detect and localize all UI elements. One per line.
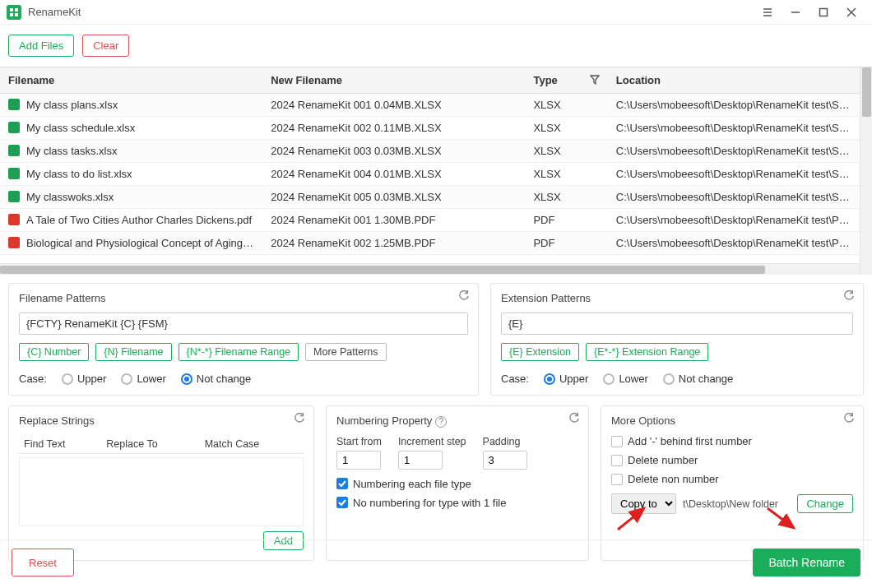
table-row[interactable]: My class schedule.xlsx2024 RenameKit 002…	[0, 117, 860, 140]
cell-new-filename: 2024 RenameKit 001 1.30MB.PDF	[262, 209, 525, 232]
pdf-file-icon	[8, 237, 20, 248]
panel-title: Filename Patterns	[19, 292, 468, 304]
checkbox-no-numbering-1file[interactable]: No numbering for type with 1 file	[336, 497, 578, 509]
tag-n-filename[interactable]: {N} Filename	[95, 343, 171, 361]
checkbox-delete-non-number[interactable]: Delete non number	[611, 473, 853, 485]
reset-button[interactable]: Reset	[12, 549, 74, 576]
svg-rect-2	[10, 13, 13, 16]
filename-pattern-input[interactable]	[19, 313, 468, 335]
xlsx-file-icon	[8, 122, 20, 133]
xlsx-file-icon	[8, 145, 20, 156]
refresh-icon[interactable]	[843, 413, 855, 427]
maximize-icon[interactable]	[809, 0, 837, 25]
col-header-filename[interactable]: Filename	[0, 67, 262, 94]
start-from-label: Start from	[336, 436, 382, 447]
xlsx-file-icon	[8, 191, 20, 202]
table-header-row: Filename New Filename Type Location	[0, 67, 860, 94]
radio-upper[interactable]: Upper	[544, 373, 588, 385]
filter-icon[interactable]	[590, 75, 600, 87]
cell-filename: A Tale of Two Cities Author Charles Dick…	[0, 209, 262, 232]
cell-type: XLSX	[525, 163, 607, 186]
panels-area: Filename Patterns {C} Number {N} Filenam…	[0, 275, 872, 579]
panel-title: More Options	[611, 414, 853, 427]
table-row[interactable]: A Tale of Two Cities Author Charles Dick…	[0, 209, 860, 232]
tag-e-extension[interactable]: {E} Extension	[501, 343, 579, 361]
col-match-case: Match Case	[200, 435, 304, 454]
cell-type: PDF	[525, 232, 607, 255]
cell-filename: Biological and Physiological Concept of …	[0, 232, 262, 255]
change-button[interactable]: Change	[797, 494, 853, 513]
col-header-new-filename[interactable]: New Filename	[262, 67, 525, 94]
minimize-icon[interactable]	[782, 0, 809, 25]
action-select[interactable]: Copy to	[611, 493, 676, 514]
cell-filename: My class to do list.xlsx	[0, 163, 262, 186]
cell-new-filename: 2024 RenameKit 001 0.04MB.XLSX	[262, 94, 525, 117]
refresh-icon[interactable]	[843, 290, 855, 304]
xlsx-file-icon	[8, 99, 20, 110]
radio-lower[interactable]: Lower	[121, 373, 165, 385]
radio-not-change[interactable]: Not change	[663, 373, 734, 385]
radio-upper[interactable]: Upper	[62, 373, 106, 385]
cell-location: C:\Users\mobeesoft\Desktop\RenameKit tes…	[608, 140, 860, 163]
table-row[interactable]: My class to do list.xlsx2024 RenameKit 0…	[0, 163, 860, 186]
padding-input[interactable]	[483, 451, 527, 470]
footer: Reset Batch Rename	[0, 539, 872, 588]
svg-rect-0	[10, 8, 13, 12]
horizontal-scrollbar[interactable]	[0, 263, 860, 275]
table-row[interactable]: Biological and Physiological Concept of …	[0, 232, 860, 255]
checkbox-add-dash[interactable]: Add '-' behind first number	[611, 435, 853, 447]
menu-icon[interactable]	[754, 0, 782, 25]
tag-extension-range[interactable]: {E*-*} Extension Range	[586, 343, 708, 361]
add-files-button[interactable]: Add Files	[8, 35, 74, 57]
clear-button[interactable]: Clear	[82, 35, 129, 57]
cell-new-filename: 2024 RenameKit 003 0.03MB.XLSX	[262, 140, 525, 163]
table-row[interactable]: My classwoks.xlsx2024 RenameKit 005 0.03…	[0, 186, 860, 209]
close-icon[interactable]	[837, 0, 865, 25]
tag-c-number[interactable]: {C} Number	[19, 343, 89, 361]
replace-body[interactable]	[19, 457, 304, 526]
file-table: Filename New Filename Type Location My c…	[0, 67, 860, 255]
xlsx-file-icon	[8, 168, 20, 179]
panel-title: Replace Strings	[19, 414, 304, 427]
refresh-icon[interactable]	[458, 290, 470, 304]
radio-lower[interactable]: Lower	[603, 373, 647, 385]
replace-table: Find Text Replace To Match Case	[19, 435, 304, 454]
cell-type: XLSX	[525, 140, 607, 163]
cell-location: C:\Users\mobeesoft\Desktop\RenameKit tes…	[608, 186, 860, 209]
extension-pattern-input[interactable]	[501, 313, 853, 335]
increment-input[interactable]	[398, 451, 443, 470]
app-title: RenameKit	[28, 6, 81, 18]
table-row[interactable]: My class plans.xlsx2024 RenameKit 001 0.…	[0, 94, 860, 117]
replace-strings-panel: Replace Strings Find Text Replace To Mat…	[8, 405, 314, 561]
radio-not-change[interactable]: Not change	[181, 373, 252, 385]
titlebar: RenameKit	[0, 0, 872, 25]
col-header-type[interactable]: Type	[525, 67, 607, 94]
start-from-input[interactable]	[336, 451, 381, 470]
cell-new-filename: 2024 RenameKit 004 0.01MB.XLSX	[262, 163, 525, 186]
cell-new-filename: 2024 RenameKit 002 1.25MB.PDF	[262, 232, 525, 255]
checkbox-each-type[interactable]: Numbering each file type	[336, 478, 578, 490]
table-row[interactable]: My class tasks.xlsx2024 RenameKit 003 0.…	[0, 140, 860, 163]
case-label: Case:	[19, 373, 47, 385]
vertical-scrollbar[interactable]	[860, 67, 872, 275]
toolbar: Add Files Clear	[0, 25, 872, 67]
svg-rect-3	[15, 13, 18, 16]
cell-type: PDF	[525, 209, 607, 232]
cell-type: XLSX	[525, 94, 607, 117]
info-icon[interactable]: ?	[435, 416, 447, 428]
cell-new-filename: 2024 RenameKit 005 0.03MB.XLSX	[262, 186, 525, 209]
tag-filename-range[interactable]: {N*-*} Filename Range	[179, 343, 299, 361]
filename-patterns-panel: Filename Patterns {C} Number {N} Filenam…	[8, 283, 479, 396]
cell-filename: My class plans.xlsx	[0, 94, 262, 117]
batch-rename-button[interactable]: Batch Rename	[753, 549, 860, 576]
padding-label: Padding	[483, 436, 527, 447]
refresh-icon[interactable]	[568, 413, 580, 427]
cell-type: XLSX	[525, 117, 607, 140]
col-header-location[interactable]: Location	[608, 67, 860, 94]
more-patterns-button[interactable]: More Patterns	[305, 343, 387, 361]
cell-type: XLSX	[525, 186, 607, 209]
panel-title: Numbering Property?	[336, 414, 578, 428]
file-table-wrap: Filename New Filename Type Location My c…	[0, 67, 872, 275]
checkbox-delete-number[interactable]: Delete number	[611, 454, 853, 466]
refresh-icon[interactable]	[294, 413, 305, 427]
